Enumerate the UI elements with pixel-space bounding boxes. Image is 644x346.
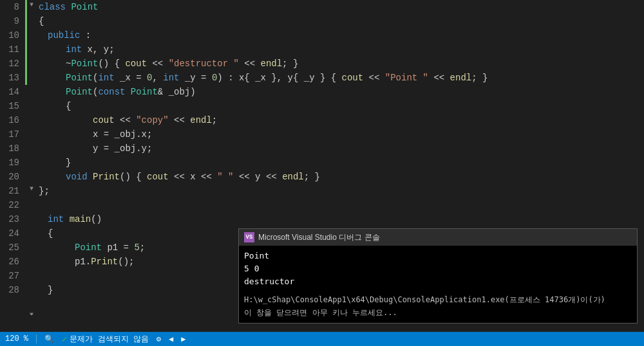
ln-24: 24 [3, 226, 19, 241]
kw-class: class [39, 0, 71, 14]
cout-op1: << [147, 57, 169, 71]
ref-amp: & _obj) [158, 85, 196, 99]
mod-bar-11 [25, 42, 27, 57]
search-icon-item: 🔍 [44, 334, 54, 344]
mod-bar-9 [25, 14, 27, 28]
endl-kw3: endl [190, 113, 212, 127]
cout-op8: << y << [234, 170, 283, 184]
search-icon: 🔍 [44, 334, 54, 344]
destructor-str: "destructor " [169, 57, 239, 71]
debug-line-4: H:\w_cShap\ConsoleApp1\x64\Debug\Console… [244, 293, 632, 306]
ln-15: 15 [3, 99, 19, 113]
p1-dot: p1. [75, 255, 91, 269]
endl-kw: endl [260, 57, 282, 71]
code-line-12: ~Point() { cout << "destructor " << endl… [39, 57, 644, 71]
copy-brace-close: } [66, 156, 71, 170]
settings-icon[interactable]: ⚙ [156, 334, 161, 344]
ln-16: 16 [3, 113, 19, 127]
cout-kw2: cout [342, 71, 364, 85]
ln-22: 22 [3, 198, 19, 212]
kw-void: void [66, 170, 88, 184]
mod-bar-10 [25, 28, 27, 42]
code-line-16: cout << "copy" << endl; [39, 113, 644, 127]
ln-18: 18 [3, 141, 19, 156]
cout-op4: << [428, 71, 450, 85]
kw-int-x: int [98, 71, 114, 85]
print-body: () { [120, 170, 147, 184]
debug-titlebar: VS Microsoft Visual Studio 디버그 콘솔 [239, 229, 637, 246]
cout-kw: cout [125, 57, 147, 71]
code-line-13: Point(int _x = 0, int _y = 0) : x{ _x },… [39, 71, 644, 85]
copy-param [125, 85, 130, 99]
cout-op7: << x << [169, 170, 218, 184]
code-line-8: class Point [39, 0, 644, 14]
copy-str: "copy" [136, 113, 168, 127]
collapse-main-arrow[interactable]: ▼ [30, 311, 33, 315]
mod-bar-8 [25, 0, 27, 14]
copy-semi: ; [212, 113, 217, 127]
endl-kw2: endl [450, 71, 472, 85]
zoom-label: 120 % [5, 334, 28, 343]
code-line-19: } [39, 156, 644, 170]
tilde: ~ [66, 57, 71, 71]
semi-brace: ; } [282, 57, 298, 71]
copy-brace-open: { [66, 99, 71, 113]
debug-title: Microsoft Visual Studio 디버그 콘솔 [258, 232, 380, 243]
point-ref-type: Point [131, 85, 158, 99]
cout-op5: << [115, 113, 137, 127]
kw-public: public [48, 28, 86, 42]
num-0-y: 0 [212, 71, 217, 85]
kw-int-xy: int [66, 42, 82, 57]
cout-kw4: cout [147, 170, 169, 184]
ln-19: 19 [3, 156, 19, 170]
settings-icon-item[interactable]: ⚙ [156, 334, 161, 344]
debug-spacer [244, 288, 632, 293]
blank-22 [39, 198, 44, 212]
comma-param: , [152, 71, 163, 85]
brace-open: { [39, 14, 44, 28]
debug-line-2: 5 0 [244, 262, 632, 275]
print-call: Print [91, 255, 118, 269]
collapse-copy-arrow[interactable]: ▼ [30, 185, 33, 192]
cout-op6: << [169, 113, 191, 127]
collapse-class-arrow[interactable]: ▼ [30, 1, 33, 8]
p1-decl: p1 = [102, 241, 134, 255]
ln-14: 14 [3, 85, 19, 99]
space [88, 170, 93, 184]
ln-17: 17 [3, 127, 19, 141]
line-numbers: 8 9 10 11 12 13 14 15 16 17 18 19 20 21 … [0, 0, 24, 315]
check-icon: ✓ [62, 334, 67, 345]
p1-semi: ; [140, 241, 145, 255]
ln-8: 8 [3, 0, 19, 14]
init-list: ) : x{ _x }, y{ _y } { [217, 71, 341, 85]
blank-27 [39, 269, 44, 283]
code-line-14: Point(const Point& _obj) [39, 85, 644, 99]
print-fn: Print [93, 170, 120, 184]
class-end: }; [39, 184, 50, 198]
status-divider [36, 334, 37, 343]
debug-line-1: Point [244, 250, 632, 262]
mod-bar-13 [25, 71, 27, 85]
space-str: " " [217, 170, 233, 184]
scroll-right[interactable]: ▶ [181, 334, 185, 344]
debug-line-5: 이 창을 닫으려면 아무 키나 누르세요... [244, 306, 632, 319]
space-main [64, 212, 69, 226]
main-parens: () [91, 212, 102, 226]
status-text: 문제가 검색되지 않음 [70, 334, 148, 345]
ln-9: 9 [3, 14, 19, 28]
code-line-20: void Print() { cout << x << " " << y << … [39, 170, 644, 184]
colon: : [86, 28, 91, 42]
scroll-left[interactable]: ◀ [169, 334, 173, 344]
print-end: ; } [304, 170, 320, 184]
ln-28: 28 [3, 283, 19, 297]
code-line-21: }; [39, 184, 644, 198]
ln-27: 27 [3, 269, 19, 283]
cout-op2: << [239, 57, 261, 71]
ln-12: 12 [3, 57, 19, 71]
code-line-23: int main() [39, 212, 644, 226]
code-line-9: { [39, 14, 644, 28]
main-brace-open: { [48, 226, 53, 241]
mod-bar-12 [25, 57, 27, 71]
xy-decl: x, y; [82, 42, 114, 57]
debug-line-3: destructor [244, 275, 632, 288]
